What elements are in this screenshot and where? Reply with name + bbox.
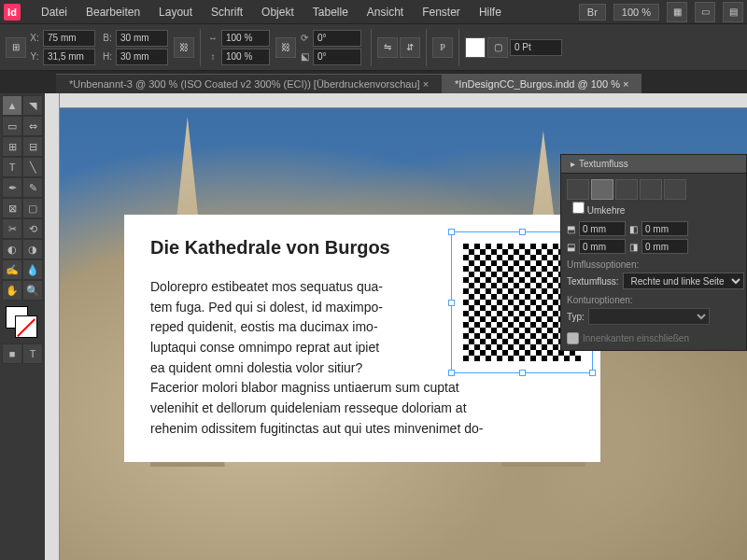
stroke-color-icon[interactable] (15, 315, 37, 338)
wrap-object-shape-icon[interactable] (615, 179, 638, 200)
horizontal-ruler[interactable] (45, 93, 747, 108)
selection-tool[interactable]: ▲ (2, 95, 22, 116)
handle-tl[interactable] (448, 229, 455, 235)
zoom-tool[interactable]: 🔍 (22, 280, 43, 301)
eyedropper-tool[interactable]: 💧 (22, 259, 43, 280)
wrap-jump-column-icon[interactable] (664, 179, 686, 200)
apply-none-icon[interactable]: T (22, 343, 43, 364)
handle-bm[interactable] (519, 370, 526, 376)
menu-datei[interactable]: Datei (32, 6, 77, 19)
gradient-swatch-tool[interactable]: ◐ (2, 239, 22, 259)
constrain-scale-icon[interactable]: ⛓ (275, 37, 296, 58)
offset-right-input[interactable] (641, 239, 688, 254)
scale-x-input[interactable] (221, 30, 270, 47)
menu-objekt[interactable]: Objekt (252, 6, 303, 19)
stroke-swatch-icon[interactable]: ▢ (487, 37, 508, 58)
rectangle-tool[interactable]: ▢ (22, 198, 43, 218)
rotation-input[interactable] (313, 30, 361, 47)
view-options-icon[interactable]: ▦ (667, 2, 687, 22)
handle-br[interactable] (589, 370, 596, 376)
handle-ml[interactable] (448, 300, 455, 306)
rot-icon: ⟳ (298, 33, 311, 43)
wrap-to-label: Textumfluss: (567, 276, 619, 287)
offset-left-icon: ◧ (629, 224, 638, 234)
contour-options-label: Konturoptionen: (567, 295, 740, 305)
menu-hilfe[interactable]: Hilfe (470, 6, 511, 19)
content-collector-tool[interactable]: ⊞ (2, 136, 22, 157)
vertical-ruler[interactable] (45, 93, 60, 560)
wrap-jump-object-icon[interactable] (640, 179, 662, 200)
type-tool[interactable]: T (2, 157, 22, 177)
panel-title: Textumfluss (579, 159, 628, 169)
x-label: X: (28, 33, 41, 43)
wrap-none-icon[interactable] (567, 179, 589, 200)
wrap-to-dropdown[interactable]: Rechte und linke Seite (623, 273, 744, 289)
menu-bearbeiten[interactable]: Bearbeiten (77, 6, 149, 19)
menu-layout[interactable]: Layout (149, 6, 202, 19)
w-label: B: (101, 33, 114, 43)
hand-tool[interactable]: ✋ (2, 280, 22, 301)
gradient-feather-tool[interactable]: ◑ (22, 239, 43, 259)
offset-bottom-icon: ⬓ (567, 242, 575, 252)
x-input[interactable] (43, 30, 95, 47)
offset-right-icon: ◨ (629, 242, 638, 252)
h-input[interactable] (116, 49, 168, 65)
text-wrap-panel: ▸ Textumfluss Umkehre ⬒ ◧ ⬓ ◨ Umflussopt… (560, 154, 747, 351)
offset-bottom-input[interactable] (579, 239, 626, 254)
fill-stroke-swatches[interactable] (2, 306, 43, 343)
scale-y-input[interactable] (221, 49, 270, 65)
menu-fenster[interactable]: Fenster (413, 6, 470, 19)
free-transform-tool[interactable]: ⟲ (22, 218, 43, 239)
constrain-wh-icon[interactable]: ⛓ (174, 37, 194, 58)
contour-type-label: Typ: (567, 312, 585, 322)
menu-ansicht[interactable]: Ansicht (358, 6, 413, 19)
direct-selection-tool[interactable]: ◥ (22, 95, 43, 116)
gap-tool[interactable]: ⇔ (22, 116, 43, 136)
paragraph-icon[interactable]: P (432, 37, 453, 58)
line-tool[interactable]: ╲ (22, 157, 43, 177)
h-label: H: (101, 51, 114, 62)
fill-swatch-icon[interactable] (465, 37, 486, 58)
menu-schrift[interactable]: Schrift (202, 6, 252, 19)
arrange-icon[interactable]: ▤ (723, 2, 743, 22)
reference-point-icon[interactable]: ⊞ (6, 37, 26, 58)
app-logo: Id (4, 4, 21, 21)
sy-icon: ↕ (206, 51, 219, 62)
wrap-bounding-box-icon[interactable] (591, 179, 613, 200)
rectangle-frame-tool[interactable]: ⊠ (2, 198, 22, 218)
stroke-weight-input[interactable] (510, 39, 562, 56)
w-input[interactable] (116, 30, 168, 47)
pen-tool[interactable]: ✒ (2, 177, 22, 198)
toolbox: ▲◥ ▭⇔ ⊞⊟ T╲ ✒✎ ⊠▢ ✂⟲ ◐◑ ✍💧 ✋🔍 ■T (0, 93, 45, 560)
offset-left-input[interactable] (641, 221, 688, 236)
menu-bar: Id Datei Bearbeiten Layout Schrift Objek… (0, 0, 747, 24)
y-label: Y: (28, 51, 41, 62)
offset-top-input[interactable] (579, 221, 626, 236)
screen-mode-icon[interactable]: ▭ (695, 2, 715, 22)
panel-tab-textumfluss[interactable]: ▸ Textumfluss (561, 155, 746, 174)
sx-icon: ↔ (206, 33, 219, 43)
chevron-icon: ▸ (571, 159, 575, 169)
handle-tm[interactable] (519, 229, 526, 235)
contour-type-dropdown[interactable] (588, 308, 710, 325)
apply-color-icon[interactable]: ■ (2, 343, 22, 364)
note-tool[interactable]: ✍ (2, 259, 22, 280)
y-input[interactable] (43, 49, 95, 65)
include-inside-checkbox (567, 332, 579, 344)
flip-v-icon[interactable]: ⇵ (400, 37, 420, 58)
flip-h-icon[interactable]: ⇋ (377, 37, 398, 58)
tab-unbenannt[interactable]: *Unbenannt-3 @ 300 % (ISO Coated v2 300%… (56, 74, 442, 93)
shear-input[interactable] (313, 49, 361, 65)
menu-tabelle[interactable]: Tabelle (303, 6, 358, 19)
handle-bl[interactable] (448, 370, 455, 376)
invert-checkbox[interactable] (572, 202, 585, 214)
tab-burgos[interactable]: *InDesignCC_Burgos.indd @ 100 % × (442, 74, 641, 93)
content-placer-tool[interactable]: ⊟ (22, 136, 43, 157)
page-tool[interactable]: ▭ (2, 116, 22, 136)
scissors-tool[interactable]: ✂ (2, 218, 22, 239)
wrap-options-label: Umflussoptionen: (567, 259, 740, 270)
control-panel: ⊞ X: Y: B: H: ⛓ ↔ ↕ ⛓ ⟳ ⬕ ⇋ ⇵ P ▢ (0, 24, 747, 71)
zoom-level[interactable]: 100 % (613, 4, 659, 21)
pencil-tool[interactable]: ✎ (22, 177, 43, 198)
workspace-switcher[interactable]: Br (579, 4, 606, 21)
